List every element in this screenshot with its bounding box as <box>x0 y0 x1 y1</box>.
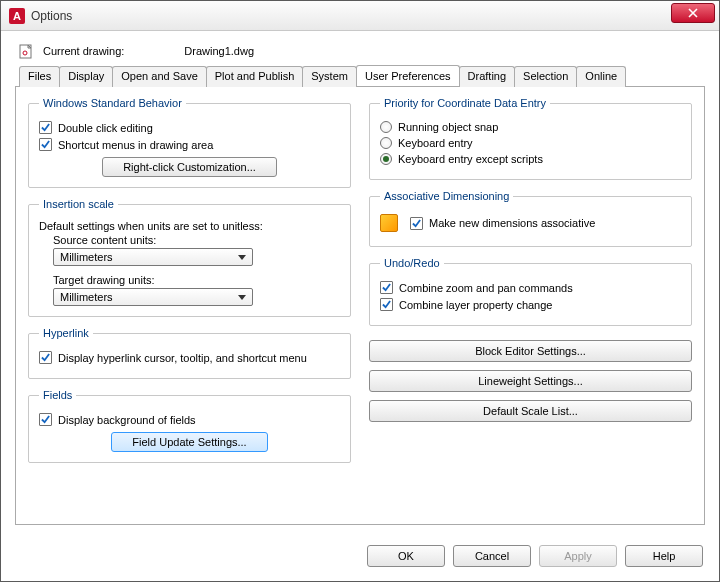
label-shortcut-menus: Shortcut menus in drawing area <box>58 139 213 151</box>
dialog-footer: OK Cancel Apply Help <box>1 535 719 581</box>
lineweight-settings-button[interactable]: Lineweight Settings... <box>369 370 692 392</box>
options-dialog: A Options Current drawing: Drawing1.dwg … <box>0 0 720 582</box>
label-running-osnap: Running object snap <box>398 121 498 133</box>
ok-button[interactable]: OK <box>367 545 445 567</box>
current-drawing-label: Current drawing: <box>43 45 124 57</box>
legend-wsb: Windows Standard Behavior <box>39 97 186 109</box>
legend-hyperlink: Hyperlink <box>39 327 93 339</box>
group-hyperlink: Hyperlink Display hyperlink cursor, tool… <box>28 327 351 379</box>
tab-system[interactable]: System <box>302 66 357 87</box>
group-associative-dim: Associative Dimensioning Make new dimens… <box>369 190 692 247</box>
tab-panel-user-preferences: Windows Standard Behavior Double click e… <box>15 87 705 525</box>
dialog-body: Current drawing: Drawing1.dwg Files Disp… <box>1 31 719 535</box>
group-undo-redo: Undo/Redo Combine zoom and pan commands … <box>369 257 692 326</box>
apply-button[interactable]: Apply <box>539 545 617 567</box>
tab-files[interactable]: Files <box>19 66 60 87</box>
checkbox-shortcut-menus[interactable] <box>39 138 52 151</box>
group-fields: Fields Display background of fields Fiel… <box>28 389 351 463</box>
legend-priority: Priority for Coordinate Data Entry <box>380 97 550 109</box>
default-scale-list-button[interactable]: Default Scale List... <box>369 400 692 422</box>
tab-display[interactable]: Display <box>59 66 113 87</box>
group-priority-coord: Priority for Coordinate Data Entry Runni… <box>369 97 692 180</box>
label-double-click: Double click editing <box>58 122 153 134</box>
tab-open-and-save[interactable]: Open and Save <box>112 66 206 87</box>
legend-assoc: Associative Dimensioning <box>380 190 513 202</box>
checkbox-assoc-dim[interactable] <box>410 217 423 230</box>
drawing-icon <box>19 43 35 59</box>
close-button[interactable] <box>671 3 715 23</box>
window-title: Options <box>31 9 72 23</box>
field-update-settings-button[interactable]: Field Update Settings... <box>111 432 267 452</box>
source-units-value: Millimeters <box>60 251 113 263</box>
help-button[interactable]: Help <box>625 545 703 567</box>
radio-running-osnap[interactable] <box>380 121 392 133</box>
block-editor-settings-button[interactable]: Block Editor Settings... <box>369 340 692 362</box>
title-bar[interactable]: A Options <box>1 1 719 31</box>
left-column: Windows Standard Behavior Double click e… <box>28 97 351 512</box>
current-drawing-value: Drawing1.dwg <box>184 45 254 57</box>
tab-online[interactable]: Online <box>576 66 626 87</box>
checkbox-hyperlink-display[interactable] <box>39 351 52 364</box>
chevron-down-icon <box>238 255 246 260</box>
legend-undo: Undo/Redo <box>380 257 444 269</box>
radio-keyboard-entry[interactable] <box>380 137 392 149</box>
current-drawing-row: Current drawing: Drawing1.dwg <box>15 39 705 65</box>
chevron-down-icon <box>238 295 246 300</box>
group-insertion-scale: Insertion scale Default settings when un… <box>28 198 351 317</box>
group-windows-standard-behavior: Windows Standard Behavior Double click e… <box>28 97 351 188</box>
legend-insertion: Insertion scale <box>39 198 118 210</box>
label-hyperlink-display: Display hyperlink cursor, tooltip, and s… <box>58 352 307 364</box>
target-units-label: Target drawing units: <box>53 274 340 286</box>
tab-drafting[interactable]: Drafting <box>459 66 516 87</box>
label-combine-zoom-pan: Combine zoom and pan commands <box>399 282 573 294</box>
label-combine-layer: Combine layer property change <box>399 299 552 311</box>
checkbox-combine-zoom-pan[interactable] <box>380 281 393 294</box>
target-units-select[interactable]: Millimeters <box>53 288 253 306</box>
dimension-icon <box>380 214 398 232</box>
right-column: Priority for Coordinate Data Entry Runni… <box>369 97 692 512</box>
label-fields-bg: Display background of fields <box>58 414 196 426</box>
label-keyboard-except-scripts: Keyboard entry except scripts <box>398 153 543 165</box>
insertion-note: Default settings when units are set to u… <box>39 220 340 232</box>
source-units-label: Source content units: <box>53 234 340 246</box>
right-button-stack: Block Editor Settings... Lineweight Sett… <box>369 340 692 422</box>
checkbox-double-click-editing[interactable] <box>39 121 52 134</box>
close-icon <box>688 8 698 18</box>
app-icon: A <box>9 8 25 24</box>
label-keyboard-entry: Keyboard entry <box>398 137 473 149</box>
source-units-select[interactable]: Millimeters <box>53 248 253 266</box>
tab-user-preferences[interactable]: User Preferences <box>356 65 460 86</box>
legend-fields: Fields <box>39 389 76 401</box>
tab-selection[interactable]: Selection <box>514 66 577 87</box>
tab-plot-and-publish[interactable]: Plot and Publish <box>206 66 304 87</box>
checkbox-fields-bg[interactable] <box>39 413 52 426</box>
cancel-button[interactable]: Cancel <box>453 545 531 567</box>
tab-strip: Files Display Open and Save Plot and Pub… <box>15 65 705 87</box>
checkbox-combine-layer[interactable] <box>380 298 393 311</box>
radio-keyboard-except-scripts[interactable] <box>380 153 392 165</box>
right-click-customization-button[interactable]: Right-click Customization... <box>102 157 277 177</box>
label-assoc-dim: Make new dimensions associative <box>429 217 595 229</box>
target-units-value: Millimeters <box>60 291 113 303</box>
